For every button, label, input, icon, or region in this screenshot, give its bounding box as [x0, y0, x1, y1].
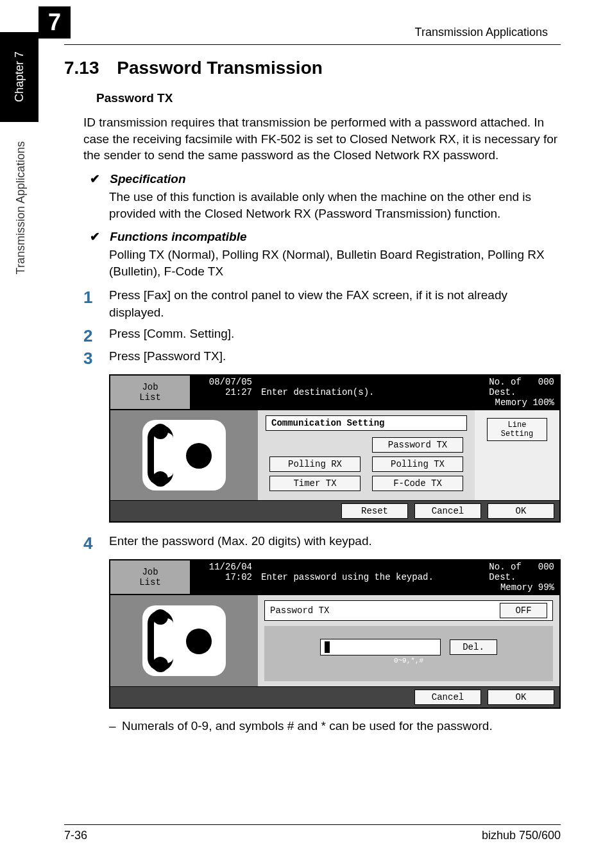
step-4: 4 Enter the password (Max. 20 digits) wi…: [83, 533, 561, 551]
incompat-check: ✔ Functions incompatible: [90, 229, 561, 244]
status-right: No. of Dest. 000 Memory 99%: [453, 560, 559, 594]
incompat-text: Polling TX (Normal), Polling RX (Normal)…: [109, 247, 561, 279]
status-message: Enter password using the keypad.: [256, 560, 453, 594]
spec-label: Specification: [110, 172, 185, 186]
text-cursor: [325, 641, 330, 653]
step-2: 2 Press [Comm. Setting].: [83, 326, 561, 344]
phone-icon-panel: [110, 410, 258, 500]
dash: –: [109, 719, 122, 733]
step-number: 3: [83, 348, 109, 367]
panel-title: Password TX: [270, 605, 329, 616]
dest-count: 000: [538, 377, 554, 397]
section-title-text: Password Transmission: [117, 58, 323, 78]
checkmark-icon: ✔: [90, 172, 100, 186]
side-text: Transmission Applications: [14, 141, 28, 274]
step-number: 1: [83, 287, 109, 321]
phone-icon: [142, 605, 226, 676]
incompat-label: Functions incompatible: [110, 230, 246, 243]
phone-icon: [142, 420, 226, 490]
password-tx-button[interactable]: Password TX: [372, 437, 463, 453]
header-divider: [64, 44, 561, 45]
job-list-button[interactable]: Job List: [110, 560, 191, 594]
step-number: 4: [83, 533, 109, 551]
del-button[interactable]: Del.: [450, 639, 497, 655]
step-3: 3 Press [Password TX].: [83, 348, 561, 367]
job-list-button[interactable]: Job List: [110, 376, 191, 409]
ok-button[interactable]: OK: [488, 503, 554, 519]
checkmark-icon: ✔: [90, 230, 100, 243]
cancel-button[interactable]: Cancel: [414, 503, 481, 519]
password-input[interactable]: [320, 639, 441, 655]
step-number: 2: [83, 326, 109, 344]
memory-value: 100%: [532, 397, 554, 408]
step-4-text: Enter the password (Max. 20 digits) with…: [109, 533, 561, 551]
ok-button[interactable]: OK: [488, 690, 554, 705]
chapter-tab: Chapter 7: [0, 32, 38, 122]
datetime: 11/26/04 17:02: [191, 560, 256, 594]
screenshot-password-tx: Job List 11/26/04 17:02 Enter password u…: [109, 559, 561, 709]
fcode-tx-button[interactable]: F-Code TX: [372, 476, 463, 491]
timer-tx-button[interactable]: Timer TX: [269, 476, 361, 491]
subsection-title: Password TX: [96, 91, 561, 105]
step-2-text: Press [Comm. Setting].: [109, 326, 561, 344]
off-button[interactable]: OFF: [500, 603, 547, 618]
running-header: Transmission Applications: [64, 26, 548, 39]
step-1: 1 Press [Fax] on the control panel to vi…: [83, 287, 561, 321]
blank-cell: [269, 437, 361, 453]
spec-check: ✔ Specification: [90, 171, 561, 186]
polling-tx-button[interactable]: Polling TX: [372, 456, 463, 472]
polling-rx-button[interactable]: Polling RX: [269, 456, 361, 472]
product-name: bizhub 750/600: [482, 829, 561, 842]
step-4-sub: – Numerals of 0-9, and symbols # and * c…: [109, 719, 561, 733]
screenshot-comm-setting: Job List 08/07/05 21:27 Enter destinatio…: [109, 374, 561, 523]
reset-button[interactable]: Reset: [341, 503, 408, 519]
dest-label: No. of Dest.: [489, 377, 521, 397]
cancel-button[interactable]: Cancel: [414, 690, 481, 705]
dest-label: No. of Dest.: [489, 562, 521, 582]
status-right: No. of Dest. 000 Memory 100%: [453, 376, 559, 409]
step-4-sub-text: Numerals of 0-9, and symbols # and * can…: [122, 719, 493, 733]
page-number: 7-36: [64, 829, 87, 842]
section-number: 7.13: [64, 58, 99, 78]
status-message: Enter destination(s).: [256, 376, 453, 409]
memory-label: Memory: [495, 397, 527, 408]
datetime: 08/07/05 21:27: [191, 376, 256, 409]
chapter-label: Chapter 7: [13, 51, 26, 102]
step-1-text: Press [Fax] on the control panel to view…: [109, 287, 561, 321]
section-title: 7.13 Password Transmission: [64, 58, 561, 78]
phone-icon-panel: [110, 595, 258, 686]
line-setting-button[interactable]: Line Setting: [487, 418, 547, 441]
spec-text: The use of this function is available on…: [109, 189, 561, 221]
panel-title: Communication Setting: [266, 415, 467, 431]
chapter-number-box: 7: [38, 6, 71, 39]
input-hint: 0~9,*,#: [394, 657, 423, 664]
memory-value: 99%: [538, 582, 554, 593]
intro-paragraph: ID transmission requires that transmissi…: [83, 114, 561, 164]
memory-label: Memory: [500, 582, 532, 593]
page-footer: 7-36 bizhub 750/600: [64, 824, 561, 842]
dest-count: 000: [538, 562, 554, 582]
step-3-text: Press [Password TX].: [109, 348, 561, 367]
